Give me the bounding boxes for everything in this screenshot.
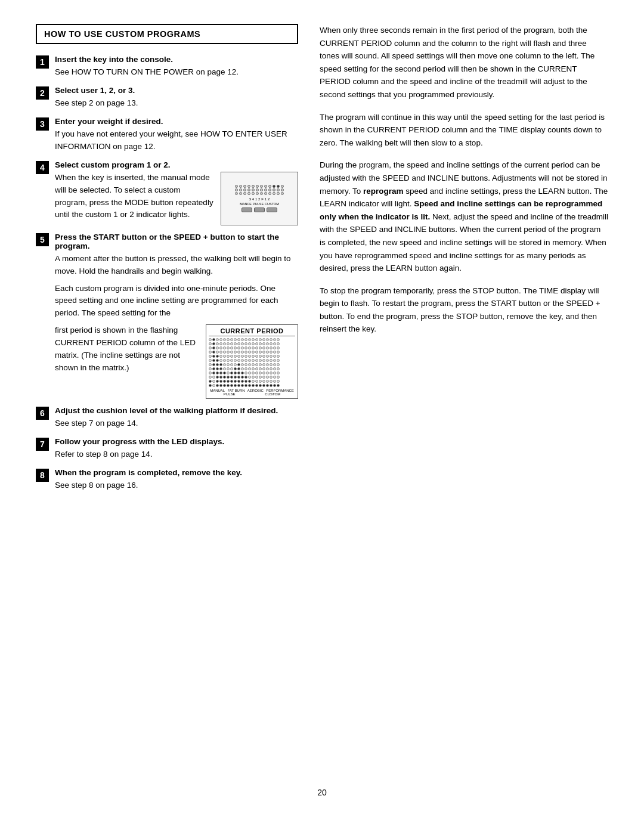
matrix-dot bbox=[212, 371, 215, 374]
matrix-dot bbox=[216, 367, 219, 370]
step-4-content: Select custom program 1 or 2. When the k… bbox=[55, 160, 298, 225]
matrix-dot bbox=[273, 355, 276, 358]
step-5-content: Press the START button or the SPEED + bu… bbox=[55, 233, 298, 400]
matrix-dot bbox=[270, 367, 273, 370]
matrix-dot bbox=[255, 371, 258, 374]
matrix-dot bbox=[223, 359, 226, 362]
matrix-dot bbox=[223, 355, 226, 358]
matrix-dot bbox=[262, 371, 265, 374]
matrix-dot bbox=[230, 338, 233, 341]
matrix-dot bbox=[241, 363, 244, 366]
matrix-dot bbox=[266, 355, 269, 358]
matrix-dot bbox=[266, 346, 269, 349]
matrix-dot bbox=[266, 380, 269, 383]
c-dot bbox=[273, 192, 275, 195]
matrix-dot bbox=[209, 384, 212, 387]
matrix-dot bbox=[270, 384, 273, 387]
matrix-dot bbox=[234, 380, 237, 383]
c-dot bbox=[277, 188, 280, 191]
matrix-dot bbox=[262, 376, 265, 379]
matrix-dot bbox=[244, 380, 247, 383]
matrix-dot bbox=[227, 342, 230, 345]
matrix-dot bbox=[237, 346, 240, 349]
console-row-3 bbox=[235, 192, 284, 195]
matrix-dot bbox=[259, 338, 262, 341]
step-7-content: Follow your progress with the LED displa… bbox=[55, 437, 298, 461]
matrix-dot bbox=[234, 338, 237, 341]
step-7-body: Refer to step 8 on page 14. bbox=[55, 448, 298, 461]
matrix-dot bbox=[209, 359, 212, 362]
step-7-number: 7 bbox=[36, 438, 49, 451]
c-dot bbox=[264, 185, 267, 188]
matrix-dot bbox=[270, 338, 273, 341]
matrix-dot bbox=[209, 351, 212, 354]
matrix-dot bbox=[230, 342, 233, 345]
matrix-dot bbox=[241, 351, 244, 354]
matrix-row bbox=[209, 363, 295, 366]
matrix-dot bbox=[212, 367, 215, 370]
step-5-body1: A moment after the button is pressed, th… bbox=[55, 253, 298, 278]
step-2-block: 2 Select user 1, 2, or 3. See step 2 on … bbox=[36, 86, 298, 110]
matrix-dot bbox=[266, 351, 269, 354]
matrix-dot bbox=[212, 380, 215, 383]
matrix-dot bbox=[273, 380, 276, 383]
matrix-dot bbox=[223, 346, 226, 349]
step-5-number: 5 bbox=[36, 233, 49, 246]
matrix-dot bbox=[209, 371, 212, 374]
matrix-dot bbox=[241, 367, 244, 370]
matrix-dot bbox=[216, 376, 219, 379]
c-dot bbox=[260, 192, 263, 195]
step-5-title: Press the START button or the SPEED + bu… bbox=[55, 233, 298, 250]
right-para-4: To stop the program temporarily, press t… bbox=[320, 284, 608, 336]
matrix-dot bbox=[227, 355, 230, 358]
step-5-body3: first period is shown in the flashing CU… bbox=[55, 324, 200, 374]
matrix-dot bbox=[223, 342, 226, 345]
c-dot bbox=[235, 185, 238, 188]
step-1-content: Insert the key into the console. See HOW… bbox=[55, 55, 298, 79]
matrix-dot bbox=[230, 376, 233, 379]
matrix-row bbox=[209, 376, 295, 379]
current-period-diagram: CURRENT PERIOD MANUAL FAT BURN AEROBIC P… bbox=[206, 324, 298, 399]
page: HOW TO USE CUSTOM PROGRAMS 1 Insert the … bbox=[0, 0, 644, 833]
matrix-dot bbox=[244, 351, 247, 354]
step-7-title: Follow your progress with the LED displa… bbox=[55, 437, 298, 446]
console-button bbox=[267, 208, 277, 212]
matrix-dot bbox=[262, 338, 265, 341]
matrix-dot bbox=[241, 384, 244, 387]
matrix-dot bbox=[252, 338, 255, 341]
matrix-dot bbox=[273, 371, 276, 374]
matrix-dot bbox=[234, 351, 237, 354]
step-3-number: 3 bbox=[36, 117, 49, 131]
console-row-2 bbox=[235, 188, 284, 191]
matrix-dot bbox=[241, 371, 244, 374]
step-4-inner: When the key is inserted, the manual mod… bbox=[55, 172, 298, 225]
matrix-dot bbox=[252, 363, 255, 366]
matrix-row bbox=[209, 380, 295, 383]
step-6-block: 6 Adjust the cushion level of the walkin… bbox=[36, 406, 298, 430]
matrix-dot bbox=[230, 367, 233, 370]
matrix-dot bbox=[223, 363, 226, 366]
matrix-dot bbox=[270, 376, 273, 379]
matrix-dot bbox=[252, 346, 255, 349]
c-dot bbox=[252, 188, 255, 191]
matrix-dot bbox=[234, 359, 237, 362]
matrix-dot bbox=[234, 346, 237, 349]
matrix-dot bbox=[270, 371, 273, 374]
matrix-dot bbox=[244, 346, 247, 349]
matrix-dot bbox=[234, 355, 237, 358]
matrix-dot bbox=[255, 346, 258, 349]
console-label-row: MANCE PULSE CUSTOM bbox=[240, 202, 279, 206]
matrix-dot bbox=[255, 376, 258, 379]
matrix-dot bbox=[241, 359, 244, 362]
matrix-dot bbox=[248, 355, 251, 358]
step-6-content: Adjust the cushion level of the walking … bbox=[55, 406, 298, 430]
matrix-dot bbox=[266, 367, 269, 370]
matrix-dot bbox=[234, 376, 237, 379]
matrix-dot bbox=[237, 367, 240, 370]
matrix-dot bbox=[255, 359, 258, 362]
matrix-dot bbox=[255, 380, 258, 383]
matrix-dot bbox=[248, 384, 251, 387]
matrix-dot bbox=[234, 384, 237, 387]
step-2-title: Select user 1, 2, or 3. bbox=[55, 86, 298, 95]
step-4-block: 4 Select custom program 1 or 2. When the… bbox=[36, 160, 298, 225]
